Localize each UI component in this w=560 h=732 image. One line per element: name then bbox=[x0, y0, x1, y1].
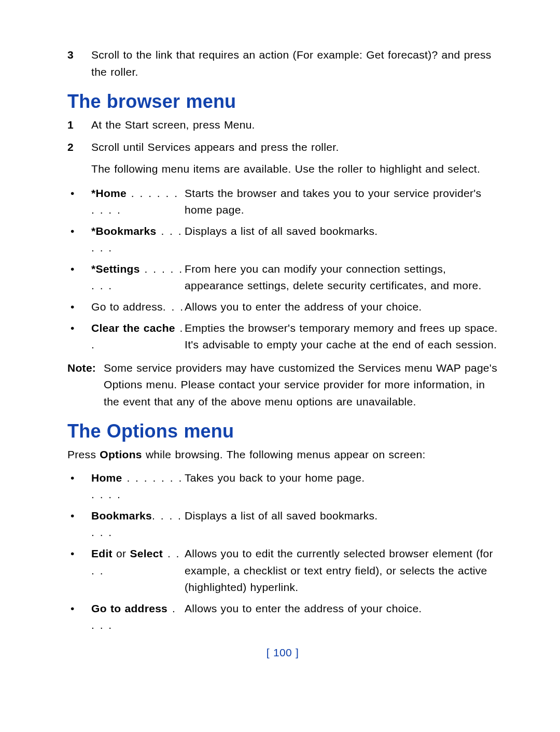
step-number: 2 bbox=[67, 139, 91, 156]
menu-item: • Go to address. . . Allows you to enter… bbox=[67, 299, 498, 316]
menu-desc: Empties the browser's temporary memory a… bbox=[185, 320, 498, 354]
menu-item: • *Home . . . . . . . . . . Starts the b… bbox=[67, 185, 498, 219]
step-number: 1 bbox=[67, 117, 91, 134]
menu-desc: Starts the browser and takes you to your… bbox=[185, 185, 498, 219]
menu-term: *Home . . . . . . . . . . bbox=[91, 185, 185, 219]
menu-desc: Takes you back to your home page. bbox=[185, 470, 498, 503]
menu-item: • *Settings . . . . . . . . From here yo… bbox=[67, 261, 498, 294]
menu-term: Edit or Select . . . . bbox=[91, 545, 185, 596]
text: Scroll to the link that requires an acti… bbox=[91, 49, 366, 61]
menu-item: • *Bookmarks . . . . . . Displays a list… bbox=[67, 223, 498, 257]
bullet-icon: • bbox=[67, 185, 91, 219]
step-body: Scroll until Services appears and press … bbox=[91, 139, 498, 156]
text: At the Start screen, press bbox=[91, 119, 224, 131]
bullet-icon: • bbox=[67, 299, 91, 316]
bullet-icon: • bbox=[67, 261, 91, 294]
menu-item: • Edit or Select . . . . Allows you to e… bbox=[67, 545, 498, 596]
bullet-icon: • bbox=[67, 470, 91, 503]
step-number: 3 bbox=[67, 47, 91, 80]
menu-term: Clear the cache . . bbox=[91, 320, 185, 354]
step-body: At the Start screen, press Menu. bbox=[91, 117, 498, 134]
bullet-icon: • bbox=[67, 223, 91, 257]
paragraph: Press Options while browsing. The follow… bbox=[67, 446, 498, 463]
note-label: Note: bbox=[67, 360, 104, 411]
heading-browser-menu: The browser menu bbox=[67, 91, 498, 112]
text: Get forecast bbox=[366, 49, 428, 61]
document-page: 3 Scroll to the link that requires an ac… bbox=[0, 0, 560, 732]
menu-desc: Allows you to edit the currently selecte… bbox=[185, 545, 498, 596]
bullet-icon: • bbox=[67, 320, 91, 354]
bullet-icon: • bbox=[67, 600, 91, 634]
bullet-icon: • bbox=[67, 508, 91, 541]
menu-item: • Clear the cache . . Empties the browse… bbox=[67, 320, 498, 354]
numbered-step: 1 At the Start screen, press Menu. bbox=[67, 117, 498, 134]
menu-term: Go to address. . . bbox=[91, 299, 185, 316]
menu-term: Bookmarks. . . . . . . bbox=[91, 508, 185, 541]
menu-term: Go to address . . . . bbox=[91, 600, 185, 634]
menu-item: • Bookmarks. . . . . . . Displays a list… bbox=[67, 508, 498, 541]
heading-options-menu: The Options menu bbox=[67, 420, 498, 442]
menu-desc: Allows you to enter the address of your … bbox=[185, 600, 498, 634]
menu-item: • Home . . . . . . . . . . . Takes you b… bbox=[67, 470, 498, 503]
text: Scroll until bbox=[91, 141, 148, 153]
text: Press bbox=[67, 448, 100, 460]
text: Options bbox=[100, 448, 142, 460]
menu-desc: Displays a list of all saved bookmarks. bbox=[185, 508, 498, 541]
text: Services bbox=[148, 141, 191, 153]
menu-desc: Allows you to enter the address of your … bbox=[185, 299, 498, 316]
menu-term: *Bookmarks . . . . . . bbox=[91, 223, 185, 257]
numbered-step: 3 Scroll to the link that requires an ac… bbox=[67, 47, 498, 80]
page-number: [ 100 ] bbox=[67, 646, 498, 659]
text: while browsing. The following menus appe… bbox=[142, 448, 426, 460]
text: . bbox=[252, 119, 255, 131]
menu-desc: Displays a list of all saved bookmarks. bbox=[185, 223, 498, 257]
numbered-step: 2 Scroll until Services appears and pres… bbox=[67, 139, 498, 156]
menu-term: Home . . . . . . . . . . . bbox=[91, 470, 185, 503]
menu-item: • Go to address . . . . Allows you to en… bbox=[67, 600, 498, 634]
menu-term: *Settings . . . . . . . . bbox=[91, 261, 185, 294]
text: appears and press the roller. bbox=[191, 141, 339, 153]
menu-desc: From here you can modify your connection… bbox=[185, 261, 498, 294]
text: Menu bbox=[224, 119, 252, 131]
note: Note: Some service providers may have cu… bbox=[67, 360, 498, 411]
note-body: Some service providers may have customiz… bbox=[104, 360, 498, 411]
step-body: Scroll to the link that requires an acti… bbox=[91, 47, 498, 80]
paragraph: The following menu items are available. … bbox=[91, 161, 498, 178]
bullet-icon: • bbox=[67, 545, 91, 596]
